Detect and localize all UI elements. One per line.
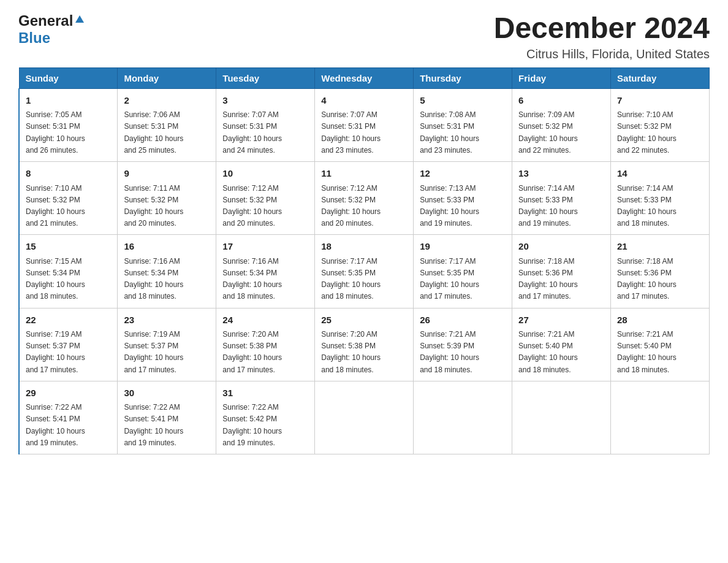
calendar-cell: 7 Sunrise: 7:10 AMSunset: 5:32 PMDayligh… (611, 88, 710, 161)
calendar-cell: 27 Sunrise: 7:21 AMSunset: 5:40 PMDaylig… (512, 308, 611, 381)
day-number: 2 (124, 94, 210, 108)
day-info: Sunrise: 7:14 AMSunset: 5:33 PMDaylight:… (518, 184, 578, 228)
day-number: 27 (518, 313, 604, 327)
week-row-5: 29 Sunrise: 7:22 AMSunset: 5:41 PMDaylig… (19, 381, 710, 454)
logo: General Blue (18, 12, 85, 47)
week-row-2: 8 Sunrise: 7:10 AMSunset: 5:32 PMDayligh… (19, 162, 710, 235)
day-number: 13 (518, 167, 604, 181)
calendar-cell: 2 Sunrise: 7:06 AMSunset: 5:31 PMDayligh… (118, 88, 216, 161)
day-info: Sunrise: 7:10 AMSunset: 5:32 PMDaylight:… (26, 184, 85, 228)
week-row-4: 22 Sunrise: 7:19 AMSunset: 5:37 PMDaylig… (19, 308, 710, 381)
day-number: 24 (222, 313, 308, 327)
svg-marker-0 (75, 15, 84, 23)
day-number: 8 (26, 167, 111, 181)
calendar-cell: 6 Sunrise: 7:09 AMSunset: 5:32 PMDayligh… (512, 88, 611, 161)
week-row-1: 1 Sunrise: 7:05 AMSunset: 5:31 PMDayligh… (19, 88, 710, 161)
day-info: Sunrise: 7:09 AMSunset: 5:32 PMDaylight:… (518, 110, 578, 155)
day-number: 17 (222, 240, 308, 254)
calendar-cell: 31 Sunrise: 7:22 AMSunset: 5:42 PMDaylig… (216, 381, 315, 454)
page-location: Citrus Hills, Florida, United States (494, 47, 710, 61)
calendar-cell: 10 Sunrise: 7:12 AMSunset: 5:32 PMDaylig… (216, 162, 315, 235)
day-info: Sunrise: 7:19 AMSunset: 5:37 PMDaylight:… (124, 330, 183, 374)
day-info: Sunrise: 7:20 AMSunset: 5:38 PMDaylight:… (321, 330, 381, 374)
day-number: 15 (26, 240, 111, 254)
col-monday: Monday (118, 67, 216, 88)
day-number: 25 (321, 313, 407, 327)
day-number: 10 (222, 167, 308, 181)
calendar-cell: 19 Sunrise: 7:17 AMSunset: 5:35 PMDaylig… (414, 235, 512, 308)
day-info: Sunrise: 7:07 AMSunset: 5:31 PMDaylight:… (222, 110, 282, 155)
day-info: Sunrise: 7:22 AMSunset: 5:41 PMDaylight:… (124, 403, 183, 447)
day-info: Sunrise: 7:16 AMSunset: 5:34 PMDaylight:… (124, 257, 183, 301)
day-info: Sunrise: 7:14 AMSunset: 5:33 PMDaylight:… (617, 184, 677, 228)
day-info: Sunrise: 7:08 AMSunset: 5:31 PMDaylight:… (420, 110, 479, 155)
logo-arrow-icon (74, 14, 85, 28)
page-header: General Blue December 2024 Citrus Hills,… (18, 12, 710, 61)
day-info: Sunrise: 7:22 AMSunset: 5:42 PMDaylight:… (222, 403, 282, 447)
title-block: December 2024 Citrus Hills, Florida, Uni… (494, 12, 710, 61)
calendar-cell: 25 Sunrise: 7:20 AMSunset: 5:38 PMDaylig… (315, 308, 414, 381)
day-info: Sunrise: 7:20 AMSunset: 5:38 PMDaylight:… (222, 330, 282, 374)
day-info: Sunrise: 7:12 AMSunset: 5:32 PMDaylight:… (222, 184, 282, 228)
calendar-cell: 5 Sunrise: 7:08 AMSunset: 5:31 PMDayligh… (414, 88, 512, 161)
day-info: Sunrise: 7:05 AMSunset: 5:31 PMDaylight:… (26, 110, 85, 155)
day-info: Sunrise: 7:18 AMSunset: 5:36 PMDaylight:… (518, 257, 578, 301)
day-number: 3 (222, 94, 308, 108)
col-saturday: Saturday (611, 67, 710, 88)
day-number: 23 (124, 313, 210, 327)
day-info: Sunrise: 7:21 AMSunset: 5:39 PMDaylight:… (420, 330, 479, 374)
day-info: Sunrise: 7:22 AMSunset: 5:41 PMDaylight:… (26, 403, 85, 447)
col-friday: Friday (512, 67, 611, 88)
day-number: 6 (518, 94, 604, 108)
calendar-cell: 13 Sunrise: 7:14 AMSunset: 5:33 PMDaylig… (512, 162, 611, 235)
calendar-cell: 23 Sunrise: 7:19 AMSunset: 5:37 PMDaylig… (118, 308, 216, 381)
calendar-cell: 9 Sunrise: 7:11 AMSunset: 5:32 PMDayligh… (118, 162, 216, 235)
day-number: 20 (518, 240, 604, 254)
calendar-cell: 3 Sunrise: 7:07 AMSunset: 5:31 PMDayligh… (216, 88, 315, 161)
day-number: 5 (420, 94, 506, 108)
day-info: Sunrise: 7:21 AMSunset: 5:40 PMDaylight:… (617, 330, 677, 374)
calendar-cell: 22 Sunrise: 7:19 AMSunset: 5:37 PMDaylig… (19, 308, 118, 381)
day-number: 31 (222, 386, 308, 400)
day-number: 19 (420, 240, 506, 254)
day-number: 4 (321, 94, 407, 108)
day-info: Sunrise: 7:17 AMSunset: 5:35 PMDaylight:… (420, 257, 479, 301)
calendar-cell (611, 381, 710, 454)
calendar-cell (414, 381, 512, 454)
day-number: 11 (321, 167, 407, 181)
calendar-cell: 16 Sunrise: 7:16 AMSunset: 5:34 PMDaylig… (118, 235, 216, 308)
day-info: Sunrise: 7:12 AMSunset: 5:32 PMDaylight:… (321, 184, 381, 228)
day-info: Sunrise: 7:19 AMSunset: 5:37 PMDaylight:… (26, 330, 85, 374)
day-number: 7 (617, 94, 703, 108)
day-info: Sunrise: 7:16 AMSunset: 5:34 PMDaylight:… (222, 257, 282, 301)
day-number: 26 (420, 313, 506, 327)
logo-general: General (18, 12, 73, 29)
day-info: Sunrise: 7:10 AMSunset: 5:32 PMDaylight:… (617, 110, 677, 155)
col-sunday: Sunday (19, 67, 118, 88)
calendar-header-row: Sunday Monday Tuesday Wednesday Thursday… (19, 67, 710, 88)
day-info: Sunrise: 7:13 AMSunset: 5:33 PMDaylight:… (420, 184, 479, 228)
col-thursday: Thursday (414, 67, 512, 88)
day-info: Sunrise: 7:07 AMSunset: 5:31 PMDaylight:… (321, 110, 381, 155)
calendar-cell: 20 Sunrise: 7:18 AMSunset: 5:36 PMDaylig… (512, 235, 611, 308)
calendar-cell: 1 Sunrise: 7:05 AMSunset: 5:31 PMDayligh… (19, 88, 118, 161)
calendar-cell: 17 Sunrise: 7:16 AMSunset: 5:34 PMDaylig… (216, 235, 315, 308)
col-tuesday: Tuesday (216, 67, 315, 88)
page-title: December 2024 (494, 12, 710, 45)
week-row-3: 15 Sunrise: 7:15 AMSunset: 5:34 PMDaylig… (19, 235, 710, 308)
calendar-cell: 14 Sunrise: 7:14 AMSunset: 5:33 PMDaylig… (611, 162, 710, 235)
calendar-cell (315, 381, 414, 454)
calendar-cell: 15 Sunrise: 7:15 AMSunset: 5:34 PMDaylig… (19, 235, 118, 308)
day-number: 9 (124, 167, 210, 181)
calendar-cell: 24 Sunrise: 7:20 AMSunset: 5:38 PMDaylig… (216, 308, 315, 381)
calendar-cell: 12 Sunrise: 7:13 AMSunset: 5:33 PMDaylig… (414, 162, 512, 235)
day-number: 21 (617, 240, 703, 254)
day-number: 29 (26, 386, 111, 400)
day-number: 28 (617, 313, 703, 327)
calendar-cell: 11 Sunrise: 7:12 AMSunset: 5:32 PMDaylig… (315, 162, 414, 235)
day-number: 14 (617, 167, 703, 181)
calendar-cell (512, 381, 611, 454)
calendar-cell: 28 Sunrise: 7:21 AMSunset: 5:40 PMDaylig… (611, 308, 710, 381)
day-info: Sunrise: 7:11 AMSunset: 5:32 PMDaylight:… (124, 184, 183, 228)
day-number: 30 (124, 386, 210, 400)
